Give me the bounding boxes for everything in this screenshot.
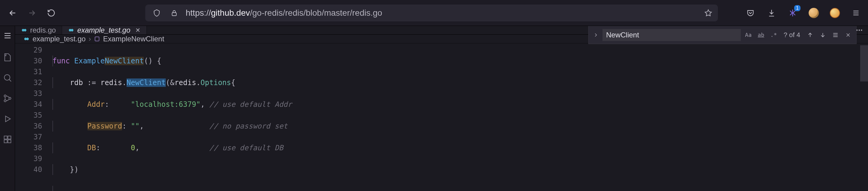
source-control-icon[interactable] <box>0 90 16 106</box>
svg-point-18 <box>26 38 29 40</box>
svg-point-3 <box>4 100 6 102</box>
find-expand-icon[interactable] <box>592 32 600 38</box>
editor-scrollbar[interactable] <box>860 44 868 191</box>
svg-rect-5 <box>4 136 7 139</box>
url-bar[interactable]: https://github.dev/go-redis/redis/blob/m… <box>145 4 718 21</box>
browser-toolbar: https://github.dev/go-redis/redis/blob/m… <box>0 0 868 26</box>
run-debug-icon[interactable] <box>0 111 16 127</box>
chevron-right-icon: › <box>89 35 91 43</box>
editor-body[interactable]: 293031 323334 353637 383940 func Example… <box>15 44 868 191</box>
find-prev-icon[interactable] <box>805 30 815 40</box>
vscode-root: redis.go example_test.go ✕ example_test.… <box>0 26 868 191</box>
find-in-selection-icon[interactable] <box>830 30 841 40</box>
find-widget: Aa ab .* ? of 4 <box>588 26 857 44</box>
extensions-icon[interactable]: 1 <box>786 7 799 19</box>
svg-point-15 <box>859 30 860 31</box>
tab-example-test-go[interactable]: example_test.go ✕ <box>62 26 147 34</box>
go-file-icon <box>21 27 27 33</box>
svg-rect-19 <box>95 37 99 41</box>
svg-rect-8 <box>8 140 11 143</box>
code-line: Password: "", // no password set <box>53 121 868 132</box>
breadcrumb-symbol: ExampleNewClient <box>103 35 164 43</box>
svg-point-12 <box>71 29 73 31</box>
activity-bar <box>0 26 15 191</box>
code-line: }) <box>53 164 868 175</box>
svg-rect-6 <box>8 136 11 139</box>
extension-badge: 1 <box>794 5 801 11</box>
code-line <box>53 186 868 191</box>
shield-icon[interactable] <box>151 7 163 19</box>
svg-point-4 <box>9 98 11 100</box>
svg-point-16 <box>861 30 862 31</box>
pocket-icon[interactable] <box>744 7 756 19</box>
bookmark-star-icon[interactable] <box>704 9 712 17</box>
toolbar-right: 1 <box>744 7 862 19</box>
explorer-icon[interactable] <box>0 50 16 65</box>
find-input[interactable] <box>602 29 741 41</box>
scrollbar-thumb[interactable] <box>860 45 868 81</box>
profile-cookie-icon[interactable] <box>808 7 820 19</box>
match-case-icon[interactable]: Aa <box>743 30 753 40</box>
svg-rect-0 <box>172 13 176 16</box>
go-file-icon <box>68 27 74 33</box>
svg-point-2 <box>4 95 6 97</box>
code-line: Addr: "localhost:6379", // use default A… <box>53 99 868 110</box>
code-line: func ExampleNewClient() { <box>53 56 868 66</box>
downloads-icon[interactable] <box>766 7 778 19</box>
code-line: rdb := redis.NewClient(&redis.Options{ <box>53 77 868 88</box>
reload-button[interactable] <box>44 6 58 20</box>
close-find-icon[interactable] <box>843 30 853 40</box>
tab-redis-go[interactable]: redis.go <box>15 26 62 34</box>
url-text: https://github.dev/go-redis/redis/blob/m… <box>186 8 382 18</box>
find-next-icon[interactable] <box>818 30 828 40</box>
lock-icon[interactable] <box>168 7 180 19</box>
find-count: ? of 4 <box>784 31 800 39</box>
tab-label: example_test.go <box>77 26 130 34</box>
svg-point-10 <box>24 29 26 31</box>
code-line: DB: 0, // use default DB <box>53 142 868 153</box>
extensions-view-icon[interactable] <box>0 132 16 147</box>
close-tab-icon[interactable]: ✕ <box>135 27 141 34</box>
editor-group: redis.go example_test.go ✕ example_test.… <box>15 26 868 191</box>
whole-word-icon[interactable]: ab <box>756 30 766 40</box>
svg-rect-7 <box>4 140 7 143</box>
code-content[interactable]: func ExampleNewClient() { rdb := redis.N… <box>49 44 868 191</box>
profile-pizza-icon[interactable] <box>829 7 841 19</box>
tab-label: redis.go <box>30 26 56 34</box>
line-gutter: 293031 323334 353637 383940 <box>15 44 49 191</box>
menu-toggle-icon[interactable] <box>0 28 16 44</box>
go-file-icon <box>24 36 30 42</box>
back-button[interactable] <box>6 6 19 20</box>
symbol-function-icon <box>94 36 100 42</box>
search-icon[interactable] <box>0 70 16 86</box>
breadcrumb-file: example_test.go <box>33 35 86 43</box>
regex-icon[interactable]: .* <box>769 30 779 40</box>
forward-button[interactable] <box>25 6 38 20</box>
svg-point-1 <box>4 75 10 80</box>
app-menu-icon[interactable] <box>850 7 862 19</box>
